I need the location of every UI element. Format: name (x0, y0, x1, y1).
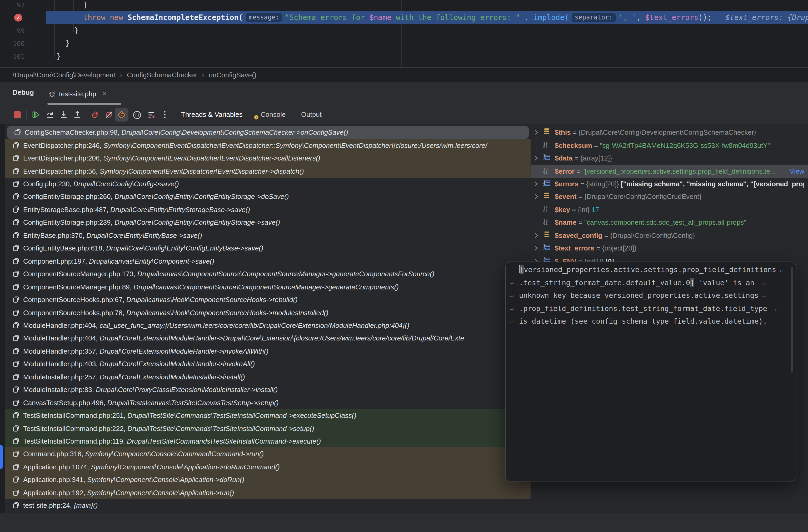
diamond-c-toggle-button[interactable]: C (115, 108, 128, 121)
add-to-watches-button[interactable] (145, 108, 159, 121)
wrap-indicator-icon: ↵ (510, 289, 514, 302)
tab-threads-variables[interactable]: Threads & Variables (181, 111, 243, 118)
step-into-button[interactable] (57, 108, 71, 121)
kebab-menu-button[interactable] (158, 108, 171, 121)
frame-location: Symfony\Component\EventDispatcher\EventD… (100, 167, 304, 175)
stack-frame-row[interactable]: TestSiteInstallCommand.php:251, Drupal\T… (5, 409, 531, 422)
variable-row[interactable]: $event = {Drupal\Core\Config\ConfigCrudE… (531, 190, 808, 203)
variable-value: {Drupal\Core\Config\Development\ConfigSc… (579, 128, 756, 136)
chevron-right-icon[interactable] (534, 246, 538, 251)
variable-value: = (570, 206, 578, 214)
tab-output[interactable]: Output (301, 111, 322, 118)
variable-row[interactable]: 10 01$checksum = "sg-WA2rlTp4BAMeN12q6K5… (531, 139, 808, 152)
mute-breakpoints-icon (105, 111, 113, 119)
stack-frame-row[interactable]: ModuleHandler.php:357, Drupal\Core\Exten… (5, 345, 531, 358)
chevron-right-icon[interactable] (534, 130, 538, 135)
debug-tool-window-label[interactable]: Debug (13, 89, 34, 96)
breadcrumb-namespace[interactable]: \Drupal\Core\Config\Development (13, 71, 115, 79)
stack-frame-row[interactable]: Application.php:1074, Symfony\Component\… (5, 460, 531, 474)
primitive-icon: 10 01 (543, 218, 551, 227)
stack-frame-row[interactable]: EventDispatcher.php:56, Symfony\Componen… (5, 165, 531, 177)
stack-frame-row[interactable]: Command.php:318, Symfony\Component\Conso… (5, 448, 531, 461)
variable-row[interactable]: 12$errors = {string[20]} ["missing schem… (531, 177, 808, 190)
more-dots-button[interactable] (130, 108, 144, 121)
chevron-right-icon[interactable] (534, 233, 538, 239)
stack-frame-row[interactable]: ConfigEntityStorage.php:260, Drupal\Core… (5, 190, 531, 203)
chevron-right-icon[interactable] (534, 155, 538, 161)
variable-row[interactable]: 10 01$key = {int} 17 (531, 203, 808, 216)
stack-frame-icon (13, 193, 19, 200)
stack-frame-row[interactable]: ModuleInstaller.php:257, Drupal\Core\Ext… (5, 370, 531, 384)
stack-frame-row[interactable]: CanvasTestSetup.php:496, Drupal\Tests\ca… (5, 396, 531, 409)
stack-frame-row[interactable]: ComponentSourceHooks.php:78, Drupal\canv… (5, 306, 531, 319)
stack-frame-row[interactable]: EntityStorageBase.php:487, Drupal\Core\E… (5, 203, 531, 216)
stack-frame-row[interactable]: Application.php:192, Symfony\Component\C… (5, 486, 531, 499)
stack-frame-row[interactable]: ConfigSchemaChecker.php:98, Drupal\Core\… (7, 126, 529, 139)
variable-row[interactable]: $this = {Drupal\Core\Config\Development\… (531, 126, 808, 139)
stack-frame-icon (13, 142, 19, 149)
frame-location: Drupal\canvas\ComponentSource\ComponentS… (133, 283, 399, 291)
stack-frame-row[interactable]: TestSiteInstallCommand.php:119, Drupal\T… (5, 435, 531, 448)
stack-frame-row[interactable]: EventDispatcher.php:246, Symfony\Compone… (5, 139, 531, 152)
stack-frame-row[interactable]: Application.php:341, Symfony\Component\C… (5, 473, 531, 487)
popup-line: ↵unknown key because versioned_propertie… (519, 289, 789, 302)
primitive-icon: 10 01 (543, 206, 551, 214)
mute-breakpoints-button[interactable] (102, 108, 116, 121)
variable-row[interactable]: 10 01$name = "canvas.component.sdc.sdc_t… (531, 216, 808, 229)
code-line: throw new SchemaIncompleteException(mess… (0, 11, 808, 24)
stack-frame-row[interactable]: ConfigEntityStorage.php:239, Drupal\Core… (5, 216, 531, 229)
variable-row[interactable]: 10 01$error = "[versioned_properties.act… (531, 165, 808, 177)
frame-file-line: EntityStorageBase.php:487, (23, 206, 110, 214)
stack-frame-row[interactable]: ComponentSourceManager.php:89, Drupal\ca… (5, 280, 531, 293)
view-breakpoints-button[interactable] (88, 108, 102, 121)
stack-frame-row[interactable]: EventDispatcher.php:206, Symfony\Compone… (5, 152, 531, 165)
stack-frame-row[interactable]: ModuleHandler.php:404, call_user_func_ar… (5, 319, 531, 332)
stack-frame-row[interactable]: ConfigEntityBase.php:618, Drupal\Core\Co… (5, 242, 531, 255)
stack-frame-row[interactable]: EntityBase.php:370, Drupal\Core\Entity\E… (5, 229, 531, 242)
breadcrumb-method[interactable]: onConfigSave() (209, 71, 257, 79)
breakpoint-icon[interactable]: ✓ (14, 14, 22, 22)
stack-frame-row[interactable]: ComponentSourceHooks.php:67, Drupal\canv… (5, 293, 531, 306)
view-value-link[interactable]: View (790, 165, 804, 177)
line-number: 100 (0, 37, 25, 50)
stack-frame-row[interactable]: TestSiteInstallCommand.php:222, Drupal\T… (5, 422, 531, 435)
frames-list[interactable]: ConfigSchemaChecker.php:98, Drupal\Core\… (5, 124, 531, 513)
popup-scrollbar[interactable] (791, 267, 793, 373)
variable-row[interactable]: $saved_config = {Drupal\Core\Config\Conf… (531, 229, 808, 242)
step-out-button[interactable] (71, 108, 84, 121)
step-over-button[interactable] (43, 108, 57, 121)
stack-frame-row[interactable]: Component.php:197, Drupal\canvas\Entity\… (5, 254, 531, 268)
stop-button[interactable] (11, 108, 24, 121)
stack-frame-icon (13, 399, 19, 406)
stack-frame-icon (13, 335, 19, 342)
tab-console[interactable]: Console (260, 111, 286, 118)
debug-toolbar: C Threads & Variables Cons (0, 105, 808, 126)
stack-frame-row[interactable]: ModuleInstaller.php:83, Drupal\Core\Prox… (5, 383, 531, 396)
frame-file-line: ConfigEntityStorage.php:239, (23, 218, 114, 227)
stack-frame-row[interactable]: test-site.php:24, {main}() (5, 499, 531, 512)
frame-location: Drupal\Tests\canvas\TestSite\CanvasTestS… (107, 399, 278, 406)
variable-row[interactable]: 12$text_errors = {object[20]} (531, 242, 808, 255)
frame-location: Drupal\Core\Extension\ModuleHandler->inv… (100, 360, 255, 368)
resume-button[interactable] (29, 108, 43, 121)
wrap-indicator-icon: ↵ (758, 292, 766, 299)
breadcrumb-class[interactable]: ConfigSchemaChecker (127, 71, 197, 79)
code-line: 102 (0, 63, 808, 68)
tool-window-stripe-indicator[interactable] (0, 445, 3, 469)
tab-test-site-php[interactable]: test-site.php ✕ (49, 87, 107, 100)
stack-frame-row[interactable]: Config.php:230, Drupal\Core\Config\Confi… (5, 177, 531, 190)
chevron-right-icon[interactable] (534, 194, 538, 200)
stack-frame-row[interactable]: ModuleHandler.php:403, Drupal\Core\Exten… (5, 358, 531, 371)
code-editor[interactable]: 97 } throw new SchemaIncompleteException… (0, 0, 808, 68)
code-line: 101 } (0, 50, 808, 63)
stack-frame-row[interactable]: ComponentSourceManager.php:173, Drupal\c… (5, 267, 531, 281)
close-icon[interactable]: ✕ (102, 90, 107, 97)
stack-frame-row[interactable]: ModuleHandler.php:404, Drupal\Core\Exten… (5, 332, 531, 345)
frame-file-line: ComponentSourceHooks.php:67, (23, 296, 126, 304)
variable-row[interactable]: 12$data = {array[12]} (531, 152, 808, 165)
chevron-right-icon[interactable] (534, 181, 538, 187)
variable-value-popup[interactable]: [versioned_properties.active.settings.pr… (505, 262, 796, 481)
frame-file-line: Application.php:341, (23, 476, 87, 484)
frame-location: Symfony\Component\Console\Command\Comman… (85, 450, 264, 458)
frame-file-line: test-site.php:24, (23, 502, 74, 510)
